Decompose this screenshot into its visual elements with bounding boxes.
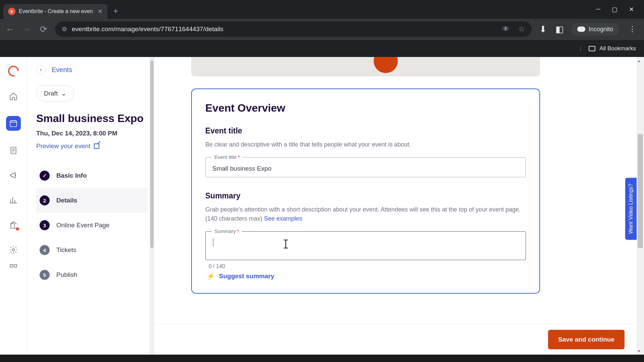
- save-bar: Save and continue: [154, 324, 644, 355]
- image-decoration: [374, 57, 398, 73]
- svg-rect-3: [10, 264, 13, 267]
- home-icon[interactable]: [8, 91, 18, 101]
- close-icon[interactable]: ✕: [98, 8, 103, 15]
- eventbrite-favicon: e: [8, 8, 15, 15]
- settings-icon[interactable]: [8, 245, 18, 255]
- event-overview-card: Event Overview Event title Be clear and …: [191, 88, 540, 294]
- notification-dot: [16, 227, 19, 231]
- downloads-icon[interactable]: ⬇: [538, 24, 548, 35]
- svg-rect-0: [10, 121, 17, 126]
- back-to-events-link[interactable]: ‹ Events: [36, 65, 148, 74]
- maximize-icon[interactable]: ▢: [612, 6, 618, 13]
- suggest-summary-button[interactable]: ⚡ Suggest summary: [207, 272, 274, 280]
- app-content: ‹ Events Draft ⌄ Small business Expo Thu…: [0, 57, 644, 355]
- step-number: 4: [40, 245, 50, 255]
- forward-button[interactable]: →: [21, 24, 32, 35]
- os-taskbar: [0, 355, 644, 362]
- steps-nav: Basic Info 2 Details 3 Online Event Page…: [36, 163, 148, 287]
- browser-chrome: e Eventbrite - Create a new even ✕ + ─ ▢…: [0, 0, 644, 57]
- field-label: Event title *: [212, 154, 243, 160]
- back-button[interactable]: ←: [5, 24, 15, 35]
- summary-field[interactable]: Summary *: [205, 231, 526, 260]
- step-tickets[interactable]: 4 Tickets: [36, 238, 148, 262]
- svg-rect-4: [14, 264, 17, 267]
- event-image-banner[interactable]: [191, 57, 540, 76]
- step-details[interactable]: 2 Details: [36, 188, 148, 213]
- event-title-desc: Be clear and descriptive with a title th…: [205, 140, 526, 149]
- icon-rail: [0, 57, 27, 355]
- sidebar-panel: ‹ Events Draft ⌄ Small business Expo Thu…: [27, 57, 154, 355]
- feedback-tab[interactable]: Want Video Listings?: [625, 178, 637, 240]
- incognito-icon: [577, 26, 585, 32]
- step-number: 2: [40, 195, 50, 205]
- site-settings-icon[interactable]: ⚙: [62, 25, 67, 33]
- more-menu-icon[interactable]: ⋮: [629, 25, 636, 34]
- field-label: Summary *: [212, 228, 242, 234]
- marketing-icon[interactable]: [8, 170, 18, 180]
- address-bar: ← → ⟳ ⚙ eventbrite.com/manage/events/776…: [0, 19, 644, 40]
- main-content: Event Overview Event title Be clear and …: [154, 57, 644, 355]
- scroll-up-arrow[interactable]: ▴: [638, 58, 640, 63]
- char-count: 0 / 140: [209, 263, 526, 269]
- mouse-cursor-icon: [285, 240, 286, 248]
- reload-button[interactable]: ⟳: [38, 24, 49, 35]
- scrollbar-thumb[interactable]: [638, 134, 643, 248]
- event-title-field[interactable]: Event title *: [205, 157, 526, 177]
- event-title-input[interactable]: [212, 165, 519, 172]
- summary-input[interactable]: [212, 239, 519, 252]
- reports-icon[interactable]: [8, 195, 18, 205]
- save-and-continue-button[interactable]: Save and continue: [548, 330, 625, 349]
- chevron-down-icon: ⌄: [61, 89, 66, 97]
- scroll-down-arrow[interactable]: ▾: [638, 349, 640, 353]
- window-controls: ─ ▢ ✕: [596, 6, 641, 13]
- event-name-heading: Small business Expo: [36, 112, 148, 125]
- orders-icon[interactable]: [8, 145, 18, 156]
- sidebar-scrollbar[interactable]: [150, 57, 154, 355]
- step-online-event-page[interactable]: 3 Online Event Page: [36, 213, 148, 238]
- bookmarks-bar: | All Bookmarks: [0, 40, 644, 57]
- summary-desc: Grab people's attention with a short des…: [205, 205, 526, 223]
- eye-off-icon[interactable]: 👁: [502, 25, 509, 34]
- sidepanel-icon[interactable]: ◧: [554, 24, 565, 35]
- url-text: eventbrite.com/manage/events/77671164443…: [72, 25, 497, 33]
- page-scrollbar[interactable]: ▴ ▾: [637, 57, 644, 355]
- step-publish[interactable]: 5 Publish: [36, 262, 148, 287]
- text-caret: [213, 238, 213, 246]
- calendar-icon[interactable]: [6, 116, 21, 131]
- bookmark-star-icon[interactable]: ☆: [518, 25, 525, 34]
- minimize-icon[interactable]: ─: [596, 6, 600, 13]
- chevron-left-icon: ‹: [36, 65, 46, 74]
- new-tab-button[interactable]: +: [113, 6, 118, 16]
- tab-bar: e Eventbrite - Create a new even ✕ + ─ ▢…: [0, 0, 644, 19]
- see-examples-link[interactable]: See examples: [264, 215, 302, 222]
- step-check-icon: [40, 171, 50, 181]
- tab-title: Eventbrite - Create a new even: [19, 8, 94, 14]
- all-bookmarks-link[interactable]: All Bookmarks: [599, 45, 636, 52]
- svg-point-2: [12, 249, 14, 251]
- folder-icon: [589, 46, 595, 51]
- status-dropdown[interactable]: Draft ⌄: [36, 85, 74, 102]
- card-title: Event Overview: [205, 102, 526, 114]
- eventbrite-logo[interactable]: [8, 66, 19, 76]
- preview-event-link[interactable]: Preview your event: [36, 142, 99, 150]
- incognito-indicator[interactable]: Incognito: [571, 23, 619, 36]
- external-link-icon: [94, 143, 99, 149]
- step-number: 3: [40, 220, 50, 230]
- url-box[interactable]: ⚙ eventbrite.com/manage/events/776711644…: [55, 21, 532, 37]
- apps-icon[interactable]: [8, 263, 18, 273]
- finance-icon[interactable]: [8, 220, 18, 230]
- step-basic-info[interactable]: Basic Info: [36, 163, 148, 188]
- bolt-icon: ⚡: [207, 272, 215, 280]
- event-title-heading: Event title: [205, 126, 526, 135]
- step-number: 5: [40, 270, 50, 280]
- browser-tab[interactable]: e Eventbrite - Create a new even ✕: [3, 4, 107, 19]
- event-date-text: Thu, Dec 14, 2023, 8:00 PM: [36, 130, 148, 137]
- close-window-icon[interactable]: ✕: [629, 6, 634, 13]
- scrollbar-thumb[interactable]: [150, 60, 154, 248]
- summary-heading: Summary: [205, 191, 526, 200]
